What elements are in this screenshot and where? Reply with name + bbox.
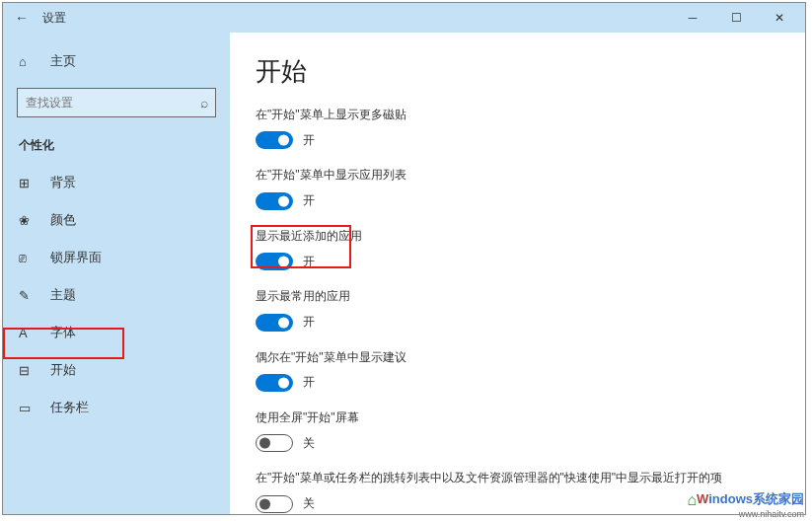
window-controls: ─ ☐ ✕ xyxy=(671,3,801,33)
search-wrap: ⌕ xyxy=(17,88,216,117)
fonts-icon: A xyxy=(19,326,37,340)
toggle-state: 开 xyxy=(303,254,315,270)
category-label: 个性化 xyxy=(3,133,230,164)
setting-recently-added: 显示最近添加的应用 开 xyxy=(256,228,779,270)
start-icon: ⊟ xyxy=(19,363,37,378)
page-title: 开始 xyxy=(256,54,779,89)
taskbar-icon: ▭ xyxy=(19,401,37,415)
setting-app-list: 在"开始"菜单中显示应用列表 开 xyxy=(256,167,779,209)
lockscreen-icon: ⎚ xyxy=(19,251,37,265)
toggle-most-used[interactable] xyxy=(256,314,293,332)
toggle-state: 关 xyxy=(303,495,315,512)
toggle-state: 开 xyxy=(303,192,315,209)
setting-more-tiles: 在"开始"菜单上显示更多磁贴 开 xyxy=(256,107,779,149)
house-icon: ⌂ xyxy=(687,491,697,508)
setting-label: 偶尔在"开始"菜单中显示建议 xyxy=(256,349,779,366)
setting-most-used: 显示最常用的应用 开 xyxy=(256,288,779,331)
themes-icon: ✎ xyxy=(19,288,37,303)
home-label: 主页 xyxy=(50,52,76,70)
setting-label: 在"开始"菜单或任务栏的跳转列表中以及文件资源管理器的"快速使用"中显示最近打开… xyxy=(256,470,779,486)
toggle-state: 关 xyxy=(303,435,315,452)
setting-label: 在"开始"菜单中显示应用列表 xyxy=(256,167,779,184)
home-button[interactable]: ⌂ 主页 xyxy=(3,44,230,78)
sidebar-item-taskbar[interactable]: ▭任务栏 xyxy=(3,389,230,426)
sidebar-item-colors[interactable]: ❀颜色 xyxy=(3,201,230,239)
toggle-state: 开 xyxy=(303,314,315,331)
sidebar-item-label: 锁屏界面 xyxy=(50,249,102,266)
sidebar-item-label: 颜色 xyxy=(50,211,76,229)
sidebar-item-themes[interactable]: ✎主题 xyxy=(3,276,230,314)
window-title: 设置 xyxy=(42,10,66,27)
titlebar: ← 设置 ─ ☐ ✕ xyxy=(3,3,805,33)
watermark-sub: www.nihaitv.com xyxy=(687,509,804,519)
toggle-fullscreen[interactable] xyxy=(256,434,293,452)
sidebar-item-label: 任务栏 xyxy=(50,399,89,416)
sidebar-item-label: 开始 xyxy=(50,361,76,379)
back-button[interactable]: ← xyxy=(7,10,37,26)
sidebar-item-label: 主题 xyxy=(50,286,76,304)
colors-icon: ❀ xyxy=(19,213,37,228)
sidebar: ⌂ 主页 ⌕ 个性化 ⊞背景 ❀颜色 ⎚锁屏界面 ✎主题 A字体 ⊟开始 ▭任务… xyxy=(3,33,230,514)
toggle-app-list[interactable] xyxy=(256,192,293,210)
setting-label: 显示最近添加的应用 xyxy=(256,228,779,245)
toggle-state: 开 xyxy=(303,132,315,149)
sidebar-item-background[interactable]: ⊞背景 xyxy=(3,164,230,201)
setting-fullscreen: 使用全屏"开始"屏幕 关 xyxy=(256,409,779,452)
setting-label: 使用全屏"开始"屏幕 xyxy=(256,409,779,426)
search-icon: ⌕ xyxy=(200,95,208,111)
nav: ⊞背景 ❀颜色 ⎚锁屏界面 ✎主题 A字体 ⊟开始 ▭任务栏 xyxy=(3,164,230,426)
setting-label: 在"开始"菜单上显示更多磁贴 xyxy=(256,107,779,123)
setting-suggestions: 偶尔在"开始"菜单中显示建议 开 xyxy=(256,349,779,392)
minimize-button[interactable]: ─ xyxy=(671,3,714,33)
toggle-more-tiles[interactable] xyxy=(256,131,293,149)
sidebar-item-fonts[interactable]: A字体 xyxy=(3,314,230,351)
sidebar-item-label: 字体 xyxy=(50,324,76,341)
toggle-recently-added[interactable] xyxy=(256,253,293,270)
setting-label: 显示最常用的应用 xyxy=(256,288,779,305)
sidebar-item-lockscreen[interactable]: ⎚锁屏界面 xyxy=(3,239,230,276)
background-icon: ⊞ xyxy=(19,176,37,190)
close-button[interactable]: ✕ xyxy=(758,3,801,33)
toggle-jump-list[interactable] xyxy=(256,495,293,513)
watermark: ⌂Windows系统家园 www.nihaitv.com xyxy=(687,490,804,519)
maximize-button[interactable]: ☐ xyxy=(714,3,758,33)
sidebar-item-start[interactable]: ⊟开始 xyxy=(3,351,230,389)
content: 开始 在"开始"菜单上显示更多磁贴 开 在"开始"菜单中显示应用列表 开 显示最… xyxy=(230,33,805,514)
sidebar-item-label: 背景 xyxy=(50,174,76,191)
home-icon: ⌂ xyxy=(19,54,37,69)
toggle-state: 开 xyxy=(303,374,315,391)
search-input[interactable] xyxy=(17,88,216,117)
toggle-suggestions[interactable] xyxy=(256,374,293,392)
